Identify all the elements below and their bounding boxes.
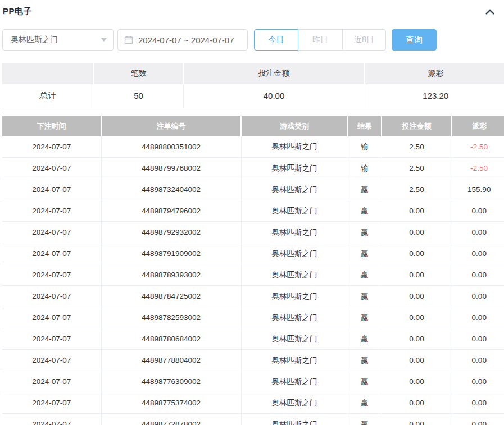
bet-id-cell: 44898800351002 <box>101 136 241 158</box>
bet-id-cell: 44898782593002 <box>101 307 241 328</box>
bet-amount-cell: 0.00 <box>382 328 452 350</box>
bet-id-cell: 44898772878002 <box>101 414 241 425</box>
filter-controls: 奥林匹斯之门 2024-07-07 ~ 2024-07-07 今日 昨日 近8日… <box>2 29 503 51</box>
table-row: 2024-07-0744898775374002奥林匹斯之门赢0.000.00 <box>2 392 504 414</box>
summary-table: 笔数 投注金额 派彩 总计 50 40.00 123.20 <box>2 63 504 108</box>
game-cell: 奥林匹斯之门 <box>241 414 348 425</box>
collapse-chevron-up-icon[interactable] <box>484 7 496 17</box>
bet-id-cell: 44898794796002 <box>101 200 241 222</box>
detail-header-payout: 派彩 <box>452 116 504 136</box>
game-cell: 奥林匹斯之门 <box>241 222 348 243</box>
date-range-input[interactable]: 2024-07-07 ~ 2024-07-07 <box>117 29 248 51</box>
detail-header-bet-id: 注单编号 <box>101 116 241 136</box>
result-cell: 赢 <box>348 307 382 328</box>
game-select[interactable]: 奥林匹斯之门 <box>2 29 114 51</box>
bet-amount-cell: 0.00 <box>382 200 452 222</box>
table-row: 2024-07-0744898782593002奥林匹斯之门赢0.000.00 <box>2 307 504 328</box>
result-cell: 赢 <box>348 243 382 264</box>
payout-cell: 0.00 <box>452 371 504 392</box>
bet-id-cell: 44898778804002 <box>101 350 241 371</box>
detail-header-bet-time: 下注时间 <box>2 116 101 136</box>
payout-cell: -2.50 <box>452 158 504 179</box>
yesterday-button[interactable]: 昨日 <box>298 29 343 51</box>
game-cell: 奥林匹斯之门 <box>241 179 348 200</box>
game-cell: 奥林匹斯之门 <box>241 286 348 307</box>
table-row: 2024-07-0744898772878002奥林匹斯之门赢0.000.00 <box>2 414 504 425</box>
result-cell: 赢 <box>348 371 382 392</box>
payout-cell: -2.50 <box>452 136 504 158</box>
detail-table-body: 2024-07-0744898800351002奥林匹斯之门输2.50-2.50… <box>2 136 504 425</box>
bet-amount-cell: 0.00 <box>382 264 452 286</box>
summary-total-row: 总计 50 40.00 123.20 <box>2 84 504 108</box>
game-cell: 奥林匹斯之门 <box>241 392 348 414</box>
page-title: PP电子 <box>3 6 32 17</box>
game-cell: 奥林匹斯之门 <box>241 136 348 158</box>
bet-amount-cell: 2.50 <box>382 179 452 200</box>
bet-amount-cell: 0.00 <box>382 307 452 328</box>
table-row: 2024-07-0744898791909002奥林匹斯之门赢0.000.00 <box>2 243 504 264</box>
payout-cell: 155.90 <box>452 179 504 200</box>
today-button[interactable]: 今日 <box>254 29 298 51</box>
summary-header-row: 笔数 投注金额 派彩 <box>2 63 504 84</box>
chevron-down-icon <box>101 38 107 42</box>
bet-amount-cell: 0.00 <box>382 392 452 414</box>
bet-amount-cell: 0.00 <box>382 222 452 243</box>
bet-time-cell: 2024-07-07 <box>2 286 101 307</box>
result-cell: 赢 <box>348 200 382 222</box>
game-cell: 奥林匹斯之门 <box>241 371 348 392</box>
table-row: 2024-07-0744898789393002奥林匹斯之门赢0.000.00 <box>2 264 504 286</box>
summary-total-count: 50 <box>94 84 183 108</box>
table-row: 2024-07-0744898792932002奥林匹斯之门赢0.000.00 <box>2 222 504 243</box>
result-cell: 赢 <box>348 222 382 243</box>
game-cell: 奥林匹斯之门 <box>241 200 348 222</box>
detail-table: 下注时间 注单编号 游戏类别 结果 投注金额 派彩 2024-07-074489… <box>2 116 504 425</box>
result-cell: 赢 <box>348 328 382 350</box>
summary-header-count: 笔数 <box>94 63 183 84</box>
bet-amount-cell: 0.00 <box>382 350 452 371</box>
bet-time-cell: 2024-07-07 <box>2 328 101 350</box>
result-cell: 赢 <box>348 392 382 414</box>
payout-cell: 0.00 <box>452 222 504 243</box>
summary-total-label: 总计 <box>2 84 94 108</box>
bet-time-cell: 2024-07-07 <box>2 200 101 222</box>
game-cell: 奥林匹斯之门 <box>241 264 348 286</box>
payout-cell: 0.00 <box>452 414 504 425</box>
bet-id-cell: 44898799768002 <box>101 158 241 179</box>
bet-time-cell: 2024-07-07 <box>2 264 101 286</box>
game-select-value: 奥林匹斯之门 <box>11 35 58 45</box>
result-cell: 输 <box>348 136 382 158</box>
result-cell: 赢 <box>348 286 382 307</box>
table-row: 2024-07-0744898732404002奥林匹斯之门赢2.50155.9… <box>2 179 504 200</box>
calendar-icon <box>124 35 133 44</box>
table-row: 2024-07-0744898800351002奥林匹斯之门输2.50-2.50 <box>2 136 504 158</box>
chevron-up-icon <box>485 8 495 15</box>
bet-id-cell: 44898780684002 <box>101 328 241 350</box>
bet-id-cell: 44898776309002 <box>101 371 241 392</box>
table-row: 2024-07-0744898778804002奥林匹斯之门赢0.000.00 <box>2 350 504 371</box>
bet-time-cell: 2024-07-07 <box>2 414 101 425</box>
result-cell: 赢 <box>348 350 382 371</box>
bet-time-cell: 2024-07-07 <box>2 136 101 158</box>
bet-id-cell: 44898792932002 <box>101 222 241 243</box>
payout-cell: 0.00 <box>452 243 504 264</box>
bet-id-cell: 44898791909002 <box>101 243 241 264</box>
table-row: 2024-07-0744898794796002奥林匹斯之门赢0.000.00 <box>2 200 504 222</box>
query-button[interactable]: 查询 <box>392 29 437 51</box>
summary-header-payout: 派彩 <box>365 63 504 84</box>
quick-date-button-group: 今日 昨日 近8日 <box>254 29 386 51</box>
game-cell: 奥林匹斯之门 <box>241 158 348 179</box>
summary-total-payout: 123.20 <box>365 84 504 108</box>
bet-time-cell: 2024-07-07 <box>2 243 101 264</box>
payout-cell: 0.00 <box>452 286 504 307</box>
detail-header-row: 下注时间 注单编号 游戏类别 结果 投注金额 派彩 <box>2 116 504 136</box>
bet-id-cell: 44898784725002 <box>101 286 241 307</box>
bet-id-cell: 44898789393002 <box>101 264 241 286</box>
bet-time-cell: 2024-07-07 <box>2 179 101 200</box>
summary-total-bet-amount: 40.00 <box>183 84 365 108</box>
game-cell: 奥林匹斯之门 <box>241 307 348 328</box>
payout-cell: 0.00 <box>452 392 504 414</box>
last8days-button[interactable]: 近8日 <box>342 29 386 51</box>
game-cell: 奥林匹斯之门 <box>241 328 348 350</box>
game-cell: 奥林匹斯之门 <box>241 243 348 264</box>
payout-cell: 0.00 <box>452 350 504 371</box>
